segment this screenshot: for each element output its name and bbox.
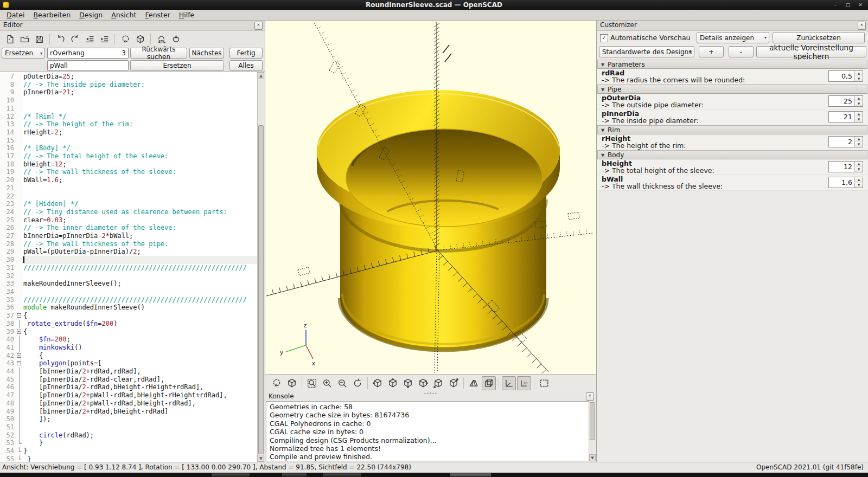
code-line-17[interactable]: 17// -> The total height of the sleeve: <box>0 152 258 160</box>
spin-down-icon[interactable]: ▼ <box>855 142 863 147</box>
minimize-button[interactable]: – <box>830 1 841 9</box>
details-combo[interactable]: Details anzeigen▾ <box>697 32 769 43</box>
code-line-24[interactable]: 24// -> Tiny distance used as clearence … <box>0 208 258 216</box>
code-line-8[interactable]: 8// -> The inside pipe diameter: <box>0 81 258 89</box>
fold-marker-icon[interactable]: − <box>16 352 22 360</box>
code-line-52[interactable]: 52 circle(rdRad); <box>0 431 258 440</box>
view-top-button[interactable] <box>386 376 400 390</box>
code-line-23[interactable]: 23/* [Hidden] */ <box>0 200 258 208</box>
section-header-parameters[interactable]: ▼Parameters <box>597 60 867 69</box>
render-button[interactable] <box>133 33 146 46</box>
spin-down-icon[interactable]: ▼ <box>855 76 863 82</box>
preview-button[interactable]: » <box>119 33 132 46</box>
view-orthographic-button[interactable] <box>482 376 496 390</box>
maximize-button[interactable]: ▢ <box>843 1 853 9</box>
code-line-31[interactable]: 31//////////////////////////////////////… <box>0 264 258 272</box>
code-line-7[interactable]: 7pOuterDia=25; <box>0 73 258 81</box>
code-line-10[interactable]: 10 <box>0 96 258 105</box>
add-preset-button[interactable]: + <box>699 46 724 57</box>
code-line-35[interactable]: 35//////////////////////////////////////… <box>0 296 258 304</box>
code-line-50[interactable]: 50 ]); <box>0 415 258 423</box>
save-preset-button[interactable]: aktuelle Voreinstellung speichern <box>756 46 866 57</box>
menu-fenster[interactable]: Fenster <box>141 10 174 20</box>
show-axes-button[interactable] <box>502 376 516 390</box>
zoom-out-button[interactable] <box>335 376 349 390</box>
reset-view-button[interactable] <box>350 376 365 390</box>
spin-up-icon[interactable]: ▲ <box>855 112 863 117</box>
spin-down-icon[interactable]: ▼ <box>855 167 863 172</box>
code-line-29[interactable]: 29pWall=(pOuterDia-pInnerDia)/2; <box>0 248 258 256</box>
menu-design[interactable]: Design <box>75 10 107 20</box>
code-line-54[interactable]: 54} <box>0 447 258 455</box>
export-stl-button[interactable]: STL <box>155 33 168 46</box>
customizer-close-icon[interactable]: ✕ <box>858 22 866 30</box>
spin-down-icon[interactable]: ▼ <box>855 117 863 123</box>
open-file-button[interactable] <box>18 33 31 46</box>
spin-up-icon[interactable]: ▲ <box>855 162 863 167</box>
editor-scrollbar[interactable]: ▲ ▼ <box>257 72 265 462</box>
code-line-48[interactable]: 48 [pInnerDia/2+pWall-rdRad,bHeight-rdRa… <box>0 399 258 408</box>
spin-down-icon[interactable]: ▼ <box>855 101 863 107</box>
code-line-40[interactable]: 40 $fn=200; <box>0 336 258 344</box>
view-back-button[interactable] <box>446 376 461 390</box>
console-close-icon[interactable]: ✕ <box>586 392 594 401</box>
code-line-53[interactable]: 53 } <box>0 439 258 447</box>
code-line-28[interactable]: 28// -> The wall thickness of the pipe: <box>0 240 258 248</box>
code-line-9[interactable]: 9pInnerDia=21; <box>0 88 258 96</box>
spin-up-icon[interactable]: ▲ <box>855 177 863 183</box>
code-line-12[interactable]: 12/* [Rim] */ <box>0 113 258 121</box>
3d-viewport[interactable]: z y x <box>265 21 596 374</box>
scroll-down-icon[interactable]: ▼ <box>258 455 264 462</box>
code-line-22[interactable]: 22 <box>0 192 258 201</box>
spin-down-icon[interactable]: ▼ <box>855 183 863 188</box>
code-line-27[interactable]: 27bInnerDia=pInnerDia-2*bWall; <box>0 232 258 240</box>
code-line-39[interactable]: 39−{ <box>0 328 258 336</box>
remove-preset-button[interactable]: - <box>729 46 754 57</box>
bWall-spinbox[interactable]: 1,6▲▼ <box>828 177 863 188</box>
editor-scroll-thumb[interactable] <box>258 125 264 454</box>
code-line-13[interactable]: 13// -> The height of the rim: <box>0 120 258 128</box>
code-line-41[interactable]: 41 minkowski() <box>0 344 258 352</box>
view-all-button[interactable] <box>537 376 551 390</box>
bHeight-spinbox[interactable]: 12▲▼ <box>828 161 863 172</box>
code-line-11[interactable]: 11 <box>0 105 258 113</box>
fold-marker-icon[interactable]: − <box>16 328 22 336</box>
spin-up-icon[interactable]: ▲ <box>855 137 863 142</box>
console-log[interactable]: Geometries in cache: 58Geometry cache si… <box>266 401 589 461</box>
code-line-46[interactable]: 46 [pInnerDia/2-rdRad,bHeight-rHeight+rd… <box>0 383 258 391</box>
code-line-45[interactable]: 45 [pInnerDia/2-rdRad-clear,rdRad], <box>0 376 258 384</box>
code-line-25[interactable]: 25clear=0.03; <box>0 216 258 224</box>
code-line-18[interactable]: 18bHeight=12; <box>0 160 258 169</box>
replace-all-button[interactable]: Alles <box>229 60 263 71</box>
show-scale-markers-button[interactable]: 10 <box>517 376 531 390</box>
code-line-16[interactable]: 16/* [Body] */ <box>0 144 258 152</box>
code-line-49[interactable]: 49 [bInnerDia/2+rdRad,bHeight-rdRad] <box>0 408 258 416</box>
zoom-in-button[interactable] <box>320 376 334 390</box>
console-scrollbar[interactable]: ▼ <box>589 401 596 461</box>
editor-close-icon[interactable]: ✕ <box>254 22 263 30</box>
scroll-down-icon[interactable]: ▼ <box>589 454 596 461</box>
search-mode-combo[interactable]: Ersetzen▾ <box>2 48 45 59</box>
pInnerDia-spinbox[interactable]: 21▲▼ <box>828 111 863 123</box>
view-bottom-button[interactable] <box>401 376 415 390</box>
unindent-button[interactable] <box>83 33 96 46</box>
view-front-button[interactable] <box>431 376 445 390</box>
code-line-15[interactable]: 15 <box>0 137 258 145</box>
indent-button[interactable] <box>98 33 111 46</box>
code-line-36[interactable]: 36module makeRoundedInnerSleeve() <box>0 304 258 312</box>
preview-button[interactable]: » <box>270 376 284 390</box>
code-line-26[interactable]: 26// -> The inner diameter of the sleeve… <box>0 224 258 232</box>
scroll-up-icon[interactable]: ▲ <box>258 72 264 79</box>
menu-ansicht[interactable]: Ansicht <box>107 10 141 20</box>
section-header-body[interactable]: ▼Body <box>597 150 867 159</box>
menu-hilfe[interactable]: Hilfe <box>175 10 199 20</box>
close-button[interactable]: ✕ <box>855 1 866 9</box>
auto-preview-checkbox[interactable]: ✓ <box>600 34 608 42</box>
replace-input[interactable]: pWall <box>47 60 129 71</box>
view-right-button[interactable] <box>371 376 385 390</box>
preset-combo[interactable]: Standardwerte des Designs▾ <box>599 46 694 57</box>
section-header-pipe[interactable]: ▼Pipe <box>597 85 867 94</box>
new-file-button[interactable] <box>3 33 16 46</box>
view-left-button[interactable] <box>416 376 430 390</box>
rHeight-spinbox[interactable]: 2▲▼ <box>828 136 863 147</box>
